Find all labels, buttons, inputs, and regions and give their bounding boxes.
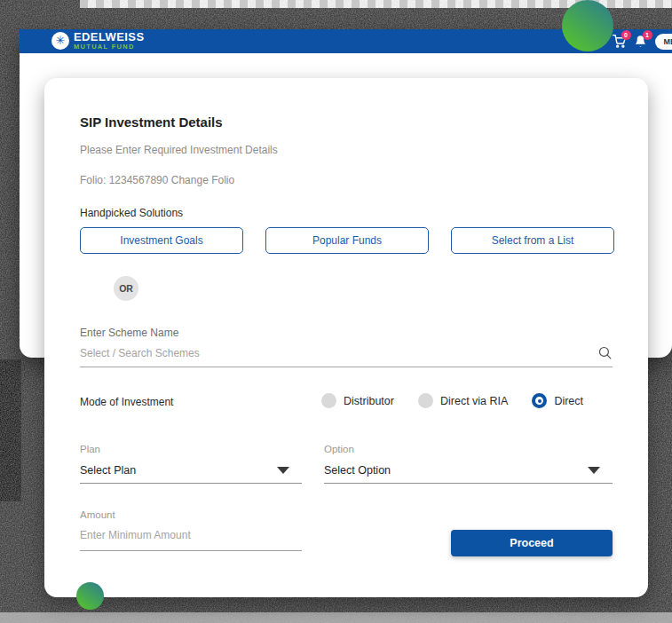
amount-input[interactable]: [80, 529, 302, 541]
plan-field: Plan Select Plan: [80, 444, 302, 484]
radio-selected-icon: [532, 393, 547, 408]
sip-form-card: SIP Investment Details Please Enter Requ…: [44, 78, 648, 597]
page-subtitle: Please Enter Required Investment Details: [80, 144, 278, 156]
proceed-button[interactable]: Proceed: [451, 530, 613, 556]
chevron-down-icon: [588, 467, 600, 474]
scheme-search-field[interactable]: [80, 341, 613, 367]
brand-tagline: MUTUAL FUND: [74, 43, 144, 51]
page-title: SIP Investment Details: [80, 114, 223, 130]
cart-button[interactable]: 0: [613, 35, 627, 49]
mode-of-investment-label: Mode of Investment: [80, 396, 173, 408]
radio-distributor[interactable]: Distributor: [321, 393, 394, 408]
user-menu-pill[interactable]: ME: [655, 34, 672, 50]
or-divider-badge: OR: [114, 276, 138, 301]
search-icon[interactable]: [597, 345, 613, 360]
plan-label: Plan: [80, 444, 302, 454]
plan-select[interactable]: Select Plan: [80, 457, 302, 484]
notifications-badge: 1: [643, 30, 652, 40]
investment-goals-button[interactable]: Investment Goals: [80, 227, 243, 254]
radio-direct-via-ria[interactable]: Direct via RIA: [418, 393, 508, 408]
frame-bottom-strip: [0, 612, 672, 623]
scheme-search-input[interactable]: [80, 341, 586, 366]
edelweiss-flower-icon: ✳: [51, 32, 69, 50]
option-select[interactable]: Select Option: [324, 457, 613, 484]
cart-badge: 0: [621, 30, 631, 40]
amount-label: Amount: [80, 509, 302, 520]
folio-row: Folio: 1234567890 Change Folio: [80, 174, 234, 186]
brand-logo[interactable]: ✳ EDELWEISS MUTUAL FUND: [51, 31, 144, 51]
radio-direct-selected[interactable]: Direct: [532, 393, 583, 408]
decorative-green-circle-bottom: [76, 582, 104, 610]
option-label: Option: [324, 444, 613, 454]
mode-radio-group: Distributor Direct via RIA Direct: [321, 393, 583, 408]
popular-funds-button[interactable]: Popular Funds: [265, 227, 429, 254]
change-folio-link[interactable]: Change Folio: [171, 174, 234, 186]
option-field: Option Select Option: [324, 444, 613, 484]
frame-shadow-patch: [0, 359, 21, 501]
brand-name: EDELWEISS: [74, 31, 144, 43]
folio-number: Folio: 1234567890: [80, 174, 168, 186]
chevron-down-icon: [277, 467, 289, 474]
handpicked-solutions-label: Handpicked Solutions: [80, 207, 183, 219]
scheme-name-label: Enter Scheme Name: [80, 327, 178, 339]
radio-circle-icon: [321, 393, 336, 408]
radio-circle-icon: [418, 393, 433, 408]
notifications-button[interactable]: 1: [634, 35, 648, 49]
select-from-list-button[interactable]: Select from a List: [451, 227, 614, 254]
decorative-green-circle-top: [562, 0, 613, 51]
amount-field: Amount: [80, 509, 302, 551]
solution-buttons-row: Investment Goals Popular Funds Select fr…: [80, 227, 614, 254]
